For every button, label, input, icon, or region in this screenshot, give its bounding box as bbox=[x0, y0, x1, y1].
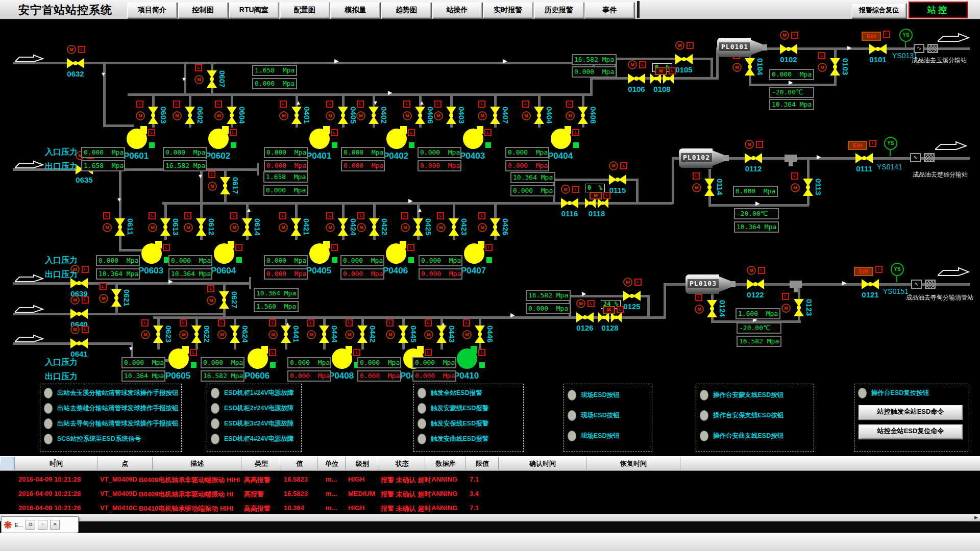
restore-window-icon[interactable]: ⧉ bbox=[26, 520, 35, 530]
valve-0607[interactable] bbox=[207, 70, 217, 90]
motor-actuator-icon[interactable]: M bbox=[141, 330, 150, 339]
panel-4-item-0[interactable]: 操作台安蒙支线ESD按钮 bbox=[700, 390, 809, 400]
valve-0115[interactable] bbox=[609, 174, 626, 187]
column-header-icon[interactable] bbox=[1, 457, 15, 470]
ys-instrument-icon[interactable]: YS bbox=[899, 29, 913, 42]
valve-0126[interactable] bbox=[576, 312, 594, 324]
valve-0405[interactable] bbox=[338, 107, 348, 126]
panel-1-item-1[interactable]: ESD机柜2#24V电源故障 bbox=[211, 403, 297, 414]
valve-0612[interactable] bbox=[196, 218, 206, 238]
panel-2-item-3[interactable]: 触发安曲线ESD报警 bbox=[418, 434, 519, 444]
motor-actuator-icon[interactable]: M bbox=[609, 161, 618, 170]
valve-0441[interactable] bbox=[281, 325, 291, 345]
valve-0124[interactable] bbox=[707, 300, 717, 319]
motor-actuator-icon[interactable]: M bbox=[173, 111, 182, 120]
motor-actuator-icon[interactable]: M bbox=[675, 41, 684, 50]
motor-actuator-icon[interactable]: M bbox=[386, 330, 395, 339]
valve-0103[interactable] bbox=[830, 58, 840, 78]
valve-0113[interactable] bbox=[803, 179, 813, 198]
station-control-mode-badge[interactable]: 站控 bbox=[909, 2, 968, 18]
esd-command-button-0[interactable]: 站控触发全站ESD命令 bbox=[859, 405, 963, 420]
valve-0641[interactable] bbox=[70, 338, 88, 350]
valve-0621[interactable] bbox=[111, 289, 121, 309]
valve-0443[interactable] bbox=[436, 325, 447, 345]
valve-0125[interactable] bbox=[623, 291, 641, 303]
minimize-window-icon[interactable]: ▫ bbox=[38, 520, 47, 530]
panel-2-item-0[interactable]: 触发全站ESD报警 bbox=[418, 388, 519, 398]
motor-actuator-icon[interactable]: M bbox=[307, 330, 316, 339]
valve-0442[interactable] bbox=[357, 325, 368, 345]
valve-0105[interactable] bbox=[675, 54, 693, 66]
valve-0116[interactable] bbox=[561, 198, 578, 210]
panel-2-item-1[interactable]: 触发安蒙线ESD报警 bbox=[418, 403, 519, 414]
valve-0617[interactable] bbox=[220, 177, 230, 196]
valve-0128[interactable] bbox=[598, 312, 622, 324]
motor-actuator-icon[interactable]: M bbox=[230, 223, 239, 232]
valve-0404[interactable] bbox=[534, 107, 544, 126]
panel-4-item-1[interactable]: 操作台安保支线ESD按钮 bbox=[700, 410, 809, 421]
motor-actuator-icon[interactable]: M bbox=[436, 223, 446, 232]
valve-0123[interactable] bbox=[794, 299, 804, 318]
motor-actuator-icon[interactable]: M bbox=[356, 111, 365, 120]
valve-0408[interactable] bbox=[578, 107, 588, 126]
valve-0407[interactable] bbox=[490, 107, 500, 126]
nav-tab-2[interactable]: RTU阀室 bbox=[229, 2, 279, 18]
valve-0640[interactable] bbox=[70, 309, 88, 321]
column-header-时间[interactable]: ▼时间 bbox=[15, 457, 97, 470]
valve-0425[interactable] bbox=[413, 218, 423, 238]
valve-0622[interactable] bbox=[191, 325, 202, 345]
panel-5-item-0[interactable]: 操作台ESD复位按钮 bbox=[858, 388, 963, 398]
nav-tab-0[interactable]: 项目简介 bbox=[127, 2, 177, 18]
motor-actuator-icon[interactable]: M bbox=[217, 330, 227, 339]
column-header-点[interactable]: 点 bbox=[98, 457, 153, 470]
motor-actuator-icon[interactable]: M bbox=[732, 63, 742, 72]
panel-0-item-1[interactable]: 出站去楚雄分输站清管球发球操作手报按钮 bbox=[44, 403, 177, 414]
scrollbar-strip[interactable] bbox=[0, 514, 980, 521]
motor-actuator-icon[interactable]: M bbox=[401, 223, 410, 232]
column-header-恢复时间[interactable]: 恢复时间 bbox=[587, 457, 680, 470]
motor-actuator-icon[interactable]: M bbox=[326, 223, 335, 232]
column-header-类型[interactable]: 类型 bbox=[242, 457, 281, 470]
panel-0-item-2[interactable]: 出站去寻甸分输站清管球发球操作手报按钮 bbox=[44, 418, 177, 429]
motor-actuator-icon[interactable]: M bbox=[136, 111, 145, 120]
nav-tab-8[interactable]: 历史报警 bbox=[534, 2, 584, 18]
motor-actuator-icon[interactable]: M bbox=[207, 296, 216, 305]
motor-actuator-icon[interactable]: M bbox=[67, 45, 76, 54]
valve-0102[interactable] bbox=[780, 44, 797, 56]
motor-actuator-icon[interactable]: M bbox=[781, 304, 791, 313]
valve-0121[interactable] bbox=[862, 279, 879, 291]
esd-command-button-1[interactable]: 站控全站ESD复位命令 bbox=[859, 424, 963, 439]
motor-actuator-icon[interactable]: M bbox=[695, 305, 704, 314]
motor-actuator-icon[interactable]: M bbox=[148, 223, 157, 232]
close-window-icon[interactable]: ✕ bbox=[50, 520, 60, 530]
motor-actuator-icon[interactable]: M bbox=[214, 111, 224, 120]
valve-0422[interactable] bbox=[369, 218, 379, 238]
valve-0632[interactable] bbox=[67, 58, 84, 70]
valve-0106[interactable] bbox=[628, 73, 645, 86]
motor-actuator-icon[interactable]: M bbox=[424, 330, 433, 339]
motor-actuator-icon[interactable]: M bbox=[791, 183, 800, 192]
valve-0603[interactable] bbox=[148, 107, 158, 126]
valve-0613[interactable] bbox=[160, 218, 170, 238]
valve-0623[interactable] bbox=[153, 325, 163, 345]
column-header-限值[interactable]: 限值 bbox=[467, 457, 499, 470]
panel-3-item-0[interactable]: 现场ESD按钮 bbox=[568, 390, 647, 400]
column-header-状态[interactable]: 状态 bbox=[380, 457, 425, 470]
panel-1-item-3[interactable]: ESD机柜4#24V电源故障 bbox=[211, 434, 297, 444]
alarm-reset-button[interactable]: 报警综合复位 bbox=[851, 3, 906, 18]
valve-0444[interactable] bbox=[319, 325, 329, 345]
motor-actuator-icon[interactable]: M bbox=[184, 223, 193, 232]
valve-0604[interactable] bbox=[227, 107, 237, 126]
valve-0122[interactable] bbox=[747, 279, 764, 291]
motor-actuator-icon[interactable]: M bbox=[345, 330, 354, 339]
alarm-row[interactable]: 2016-04-09 10:21:26VT_M0410CB0410电机轴承驱动端… bbox=[0, 502, 980, 515]
panel-1-item-2[interactable]: ESD机柜3#24V电源故障 bbox=[211, 418, 297, 429]
valve-0424[interactable] bbox=[338, 218, 348, 238]
motor-actuator-icon[interactable]: M bbox=[780, 31, 789, 40]
motor-actuator-icon[interactable]: M bbox=[103, 223, 112, 232]
column-header-值[interactable]: 值 bbox=[282, 457, 318, 470]
valve-0426[interactable] bbox=[490, 218, 500, 238]
motor-actuator-icon[interactable]: M bbox=[478, 111, 487, 120]
valve-0104[interactable] bbox=[745, 58, 755, 78]
taskbar-item[interactable]: E... bbox=[15, 522, 23, 528]
